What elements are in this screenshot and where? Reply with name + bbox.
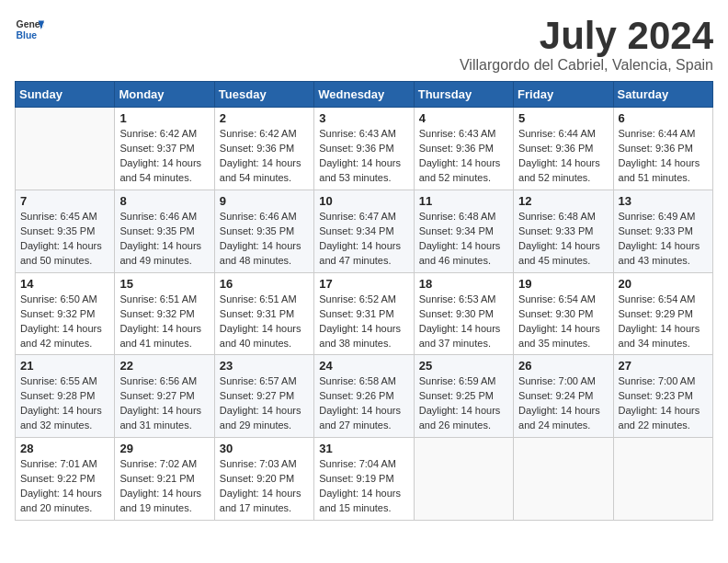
- day-cell: 20Sunrise: 6:54 AMSunset: 9:29 PMDayligh…: [613, 272, 712, 355]
- day-cell: 11Sunrise: 6:48 AMSunset: 9:34 PMDayligh…: [414, 190, 513, 272]
- day-info: Sunrise: 6:44 AMSunset: 9:36 PMDaylight:…: [619, 128, 700, 183]
- day-info: Sunrise: 6:56 AMSunset: 9:27 PMDaylight:…: [119, 375, 201, 431]
- day-cell: 8Sunrise: 6:46 AMSunset: 9:35 PMDaylight…: [115, 190, 214, 272]
- day-info: Sunrise: 6:44 AMSunset: 9:36 PMDaylight:…: [518, 128, 600, 183]
- weekday-header-saturday: Saturday: [613, 82, 712, 108]
- day-info: Sunrise: 7:01 AMSunset: 9:22 PMDaylight:…: [20, 458, 102, 513]
- day-info: Sunrise: 7:02 AMSunset: 9:21 PMDaylight:…: [119, 458, 201, 513]
- day-cell: 26Sunrise: 7:00 AMSunset: 9:24 PMDayligh…: [514, 355, 613, 438]
- day-number: 21: [20, 359, 109, 373]
- header: General Blue July 2024 Villargordo del C…: [15, 15, 713, 74]
- day-cell: 9Sunrise: 6:46 AMSunset: 9:35 PMDaylight…: [214, 190, 313, 272]
- weekday-header-thursday: Thursday: [414, 82, 513, 108]
- weekday-header-tuesday: Tuesday: [214, 82, 313, 108]
- day-number: 15: [119, 277, 209, 291]
- day-cell: [613, 438, 712, 521]
- day-info: Sunrise: 6:49 AMSunset: 9:33 PMDaylight:…: [619, 211, 700, 266]
- svg-text:Blue: Blue: [17, 30, 38, 40]
- week-row-2: 7Sunrise: 6:45 AMSunset: 9:35 PMDaylight…: [16, 190, 713, 272]
- day-cell: 10Sunrise: 6:47 AMSunset: 9:34 PMDayligh…: [314, 190, 414, 272]
- day-info: Sunrise: 6:45 AMSunset: 9:35 PMDaylight:…: [20, 211, 102, 266]
- day-number: 25: [419, 359, 508, 373]
- day-number: 22: [119, 359, 209, 373]
- day-info: Sunrise: 6:48 AMSunset: 9:33 PMDaylight:…: [518, 211, 600, 266]
- day-number: 13: [619, 194, 708, 208]
- day-cell: 30Sunrise: 7:03 AMSunset: 9:20 PMDayligh…: [214, 438, 313, 521]
- day-info: Sunrise: 6:58 AMSunset: 9:26 PMDaylight:…: [319, 375, 401, 431]
- day-number: 12: [518, 194, 608, 208]
- day-cell: 12Sunrise: 6:48 AMSunset: 9:33 PMDayligh…: [514, 190, 613, 272]
- day-cell: [16, 108, 115, 190]
- day-number: 11: [419, 194, 508, 208]
- day-info: Sunrise: 7:03 AMSunset: 9:20 PMDaylight:…: [220, 458, 301, 513]
- day-cell: 29Sunrise: 7:02 AMSunset: 9:21 PMDayligh…: [115, 438, 214, 521]
- weekday-header-monday: Monday: [115, 82, 214, 108]
- day-cell: 6Sunrise: 6:44 AMSunset: 9:36 PMDaylight…: [613, 108, 712, 190]
- day-cell: 23Sunrise: 6:57 AMSunset: 9:27 PMDayligh…: [214, 355, 313, 438]
- day-info: Sunrise: 6:54 AMSunset: 9:29 PMDaylight:…: [619, 293, 700, 349]
- day-number: 19: [518, 277, 608, 291]
- day-number: 7: [20, 194, 109, 208]
- day-cell: 4Sunrise: 6:43 AMSunset: 9:36 PMDaylight…: [414, 108, 513, 190]
- day-number: 26: [518, 359, 608, 373]
- weekday-header-row: SundayMondayTuesdayWednesdayThursdayFrid…: [16, 82, 713, 108]
- day-info: Sunrise: 6:55 AMSunset: 9:28 PMDaylight:…: [20, 375, 102, 431]
- day-cell: 2Sunrise: 6:42 AMSunset: 9:36 PMDaylight…: [214, 108, 313, 190]
- week-row-4: 21Sunrise: 6:55 AMSunset: 9:28 PMDayligh…: [16, 355, 713, 438]
- day-number: 20: [619, 277, 708, 291]
- day-info: Sunrise: 6:50 AMSunset: 9:32 PMDaylight:…: [20, 293, 102, 349]
- day-number: 1: [119, 111, 209, 125]
- day-number: 3: [319, 111, 408, 125]
- day-info: Sunrise: 7:00 AMSunset: 9:23 PMDaylight:…: [619, 375, 700, 431]
- day-number: 5: [518, 111, 608, 125]
- day-cell: 27Sunrise: 7:00 AMSunset: 9:23 PMDayligh…: [613, 355, 712, 438]
- day-info: Sunrise: 6:42 AMSunset: 9:36 PMDaylight:…: [220, 128, 301, 183]
- day-info: Sunrise: 6:54 AMSunset: 9:30 PMDaylight:…: [518, 293, 600, 349]
- day-cell: 19Sunrise: 6:54 AMSunset: 9:30 PMDayligh…: [514, 272, 613, 355]
- calendar-title: July 2024: [460, 15, 713, 57]
- day-cell: 17Sunrise: 6:52 AMSunset: 9:31 PMDayligh…: [314, 272, 414, 355]
- day-info: Sunrise: 6:46 AMSunset: 9:35 PMDaylight:…: [220, 211, 301, 266]
- week-row-1: 1Sunrise: 6:42 AMSunset: 9:37 PMDaylight…: [16, 108, 713, 190]
- day-cell: 7Sunrise: 6:45 AMSunset: 9:35 PMDaylight…: [16, 190, 115, 272]
- day-cell: 24Sunrise: 6:58 AMSunset: 9:26 PMDayligh…: [314, 355, 414, 438]
- day-number: 23: [220, 359, 309, 373]
- day-info: Sunrise: 7:00 AMSunset: 9:24 PMDaylight:…: [518, 375, 600, 431]
- title-block: July 2024 Villargordo del Cabriel, Valen…: [460, 15, 713, 74]
- day-info: Sunrise: 6:57 AMSunset: 9:27 PMDaylight:…: [220, 375, 301, 431]
- day-info: Sunrise: 6:43 AMSunset: 9:36 PMDaylight:…: [419, 128, 501, 183]
- day-number: 17: [319, 277, 408, 291]
- day-cell: 14Sunrise: 6:50 AMSunset: 9:32 PMDayligh…: [16, 272, 115, 355]
- day-number: 31: [319, 442, 408, 455]
- day-number: 29: [119, 442, 209, 455]
- day-number: 2: [220, 111, 309, 125]
- day-info: Sunrise: 6:47 AMSunset: 9:34 PMDaylight:…: [319, 211, 401, 266]
- day-number: 4: [419, 111, 508, 125]
- day-info: Sunrise: 6:51 AMSunset: 9:32 PMDaylight:…: [119, 293, 201, 349]
- day-number: 27: [619, 359, 708, 373]
- day-cell: [514, 438, 613, 521]
- day-number: 14: [20, 277, 109, 291]
- day-number: 9: [220, 194, 309, 208]
- weekday-header-friday: Friday: [514, 82, 613, 108]
- calendar-table: SundayMondayTuesdayWednesdayThursdayFrid…: [15, 81, 713, 521]
- day-cell: 5Sunrise: 6:44 AMSunset: 9:36 PMDaylight…: [514, 108, 613, 190]
- day-cell: 15Sunrise: 6:51 AMSunset: 9:32 PMDayligh…: [115, 272, 214, 355]
- day-number: 30: [220, 442, 309, 455]
- day-info: Sunrise: 6:53 AMSunset: 9:30 PMDaylight:…: [419, 293, 501, 349]
- day-info: Sunrise: 6:46 AMSunset: 9:35 PMDaylight:…: [119, 211, 201, 266]
- day-number: 24: [319, 359, 408, 373]
- day-info: Sunrise: 7:04 AMSunset: 9:19 PMDaylight:…: [319, 458, 401, 513]
- day-number: 10: [319, 194, 408, 208]
- day-info: Sunrise: 6:42 AMSunset: 9:37 PMDaylight:…: [119, 128, 201, 183]
- day-cell: 28Sunrise: 7:01 AMSunset: 9:22 PMDayligh…: [16, 438, 115, 521]
- day-cell: 18Sunrise: 6:53 AMSunset: 9:30 PMDayligh…: [414, 272, 513, 355]
- day-info: Sunrise: 6:43 AMSunset: 9:36 PMDaylight:…: [319, 128, 401, 183]
- logo: General Blue: [15, 15, 44, 44]
- day-info: Sunrise: 6:48 AMSunset: 9:34 PMDaylight:…: [419, 211, 501, 266]
- day-number: 6: [619, 111, 708, 125]
- day-cell: 1Sunrise: 6:42 AMSunset: 9:37 PMDaylight…: [115, 108, 214, 190]
- day-number: 18: [419, 277, 508, 291]
- week-row-3: 14Sunrise: 6:50 AMSunset: 9:32 PMDayligh…: [16, 272, 713, 355]
- day-number: 16: [220, 277, 309, 291]
